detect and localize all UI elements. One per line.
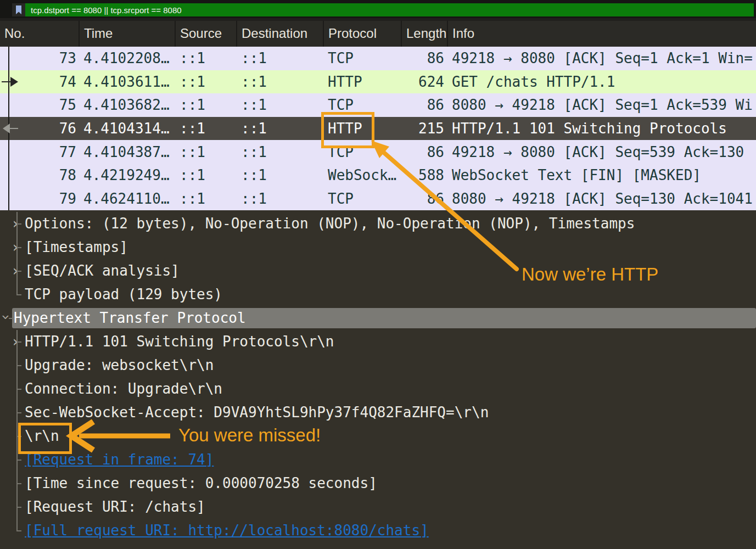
cell-time: 4.4104387… <box>80 144 176 160</box>
cell-dst: ::1 <box>237 144 324 160</box>
cell-len: 588 <box>402 167 448 183</box>
cell-src: ::1 <box>176 97 237 113</box>
cell-proto: WebSock… <box>324 167 402 183</box>
column-header-len[interactable]: Length <box>402 21 448 47</box>
tree-branch-tick <box>16 294 21 295</box>
cell-no: 75 <box>0 97 80 113</box>
column-header-dst[interactable]: Destination <box>237 21 324 47</box>
detail-row[interactable]: \r\n <box>0 424 756 448</box>
column-header-proto[interactable]: Protocol <box>324 21 402 47</box>
cell-dst: ::1 <box>237 191 324 207</box>
detail-text: Options: (12 bytes), No-Operation (NOP),… <box>25 212 635 236</box>
cell-dst: ::1 <box>237 97 324 113</box>
cell-dst: ::1 <box>237 120 324 137</box>
detail-row[interactable]: ›Options: (12 bytes), No-Operation (NOP)… <box>0 212 756 236</box>
display-filter-field[interactable]: tcp.dstport == 8080 || tcp.srcport == 80… <box>12 3 754 16</box>
cell-src: ::1 <box>176 50 237 66</box>
cell-info: GET /chats HTTP/1.1 <box>448 74 756 90</box>
cell-info: 49218 → 8080 [ACK] Seq=539 Ack=130 <box>448 144 756 160</box>
cell-no: 73 <box>0 50 80 66</box>
cell-dst: ::1 <box>237 74 324 90</box>
tree-branch-tick <box>16 341 21 343</box>
cell-info: 49218 → 8080 [ACK] Seq=1 Ack=1 Win= <box>448 50 756 66</box>
tree-branch-tick <box>16 507 21 508</box>
packet-row[interactable]: 744.4103611…::1::1HTTP624GET /chats HTTP… <box>0 70 756 94</box>
detail-text: Upgrade: websocket\r\n <box>25 354 214 377</box>
detail-text: [Request in frame: 74] <box>25 448 214 472</box>
cell-dst: ::1 <box>237 50 324 66</box>
column-header-no[interactable]: No. <box>0 21 80 47</box>
detail-text: [Full request URI: http://localhost:8080… <box>25 519 429 542</box>
arrow-stem <box>10 128 18 129</box>
packet-row[interactable]: 774.4104387…::1::1TCP8649218 → 8080 [ACK… <box>0 140 756 164</box>
detail-text: TCP payload (129 bytes) <box>25 283 222 306</box>
detail-text: Hypertext Transfer Protocol <box>14 306 246 330</box>
cell-len: 86 <box>402 144 448 160</box>
tree-branch-tick <box>9 318 13 319</box>
detail-row[interactable]: [Time since request: 0.000070258 seconds… <box>0 472 756 495</box>
cell-time: 4.4104314… <box>80 120 176 137</box>
detail-row[interactable]: ›Hypertext Transfer Protocol <box>0 306 756 330</box>
packet-row[interactable]: 794.4624110…::1::1TCP868080 → 49218 [ACK… <box>0 187 756 210</box>
tree-branch-tick <box>16 460 21 461</box>
detail-text: \r\n <box>25 424 59 448</box>
cell-proto: TCP <box>324 97 402 113</box>
column-header-src[interactable]: Source <box>176 21 237 47</box>
detail-row[interactable]: ›[Timestamps] <box>0 236 756 259</box>
cell-src: ::1 <box>176 167 237 183</box>
detail-row[interactable]: TCP payload (129 bytes) <box>0 283 756 306</box>
cell-proto: TCP <box>324 191 402 207</box>
packet-list: 734.4102208…::1::1TCP8649218 → 8080 [ACK… <box>0 47 756 210</box>
cell-proto: TCP <box>324 50 402 66</box>
cell-time: 4.4624110… <box>80 191 176 207</box>
cell-src: ::1 <box>176 120 237 137</box>
cell-len: 86 <box>402 97 448 113</box>
cell-time: 4.4219249… <box>80 167 176 183</box>
cell-info: 8080 → 49218 [ACK] Seq=1 Ack=539 Wi <box>448 97 756 113</box>
packet-row[interactable]: 754.4103682…::1::1TCP868080 → 49218 [ACK… <box>0 93 756 117</box>
detail-row[interactable]: Connection: Upgrade\r\n <box>0 377 756 401</box>
detail-text: Connection: Upgrade\r\n <box>25 377 222 401</box>
tree-branch-tick <box>16 530 21 531</box>
tree-branch-tick <box>16 483 21 484</box>
detail-text: [Time since request: 0.000070258 seconds… <box>25 472 377 495</box>
cell-len: 86 <box>402 50 448 66</box>
packet-row[interactable]: 764.4104314…::1::1HTTP215HTTP/1.1 101 Sw… <box>0 117 756 141</box>
column-header-info[interactable]: Info <box>448 21 756 47</box>
tree-branch-tick <box>16 247 21 248</box>
cell-info: 8080 → 49218 [ACK] Seq=130 Ack=1041 <box>448 191 756 207</box>
response-arrow-icon <box>0 117 22 141</box>
detail-row[interactable]: Upgrade: websocket\r\n <box>0 354 756 377</box>
arrow-head <box>10 77 18 87</box>
detail-row[interactable]: ›[SEQ/ACK analysis] <box>0 259 756 283</box>
detail-row[interactable]: Sec-WebSocket-Accept: D9VA9YhtSL9hPy37f4… <box>0 401 756 424</box>
display-filter-text[interactable]: tcp.dstport == 8080 || tcp.srcport == 80… <box>25 5 182 15</box>
packet-row[interactable]: 784.4219249…::1::1WebSock…588WebSocket T… <box>0 164 756 187</box>
cell-len: 86 <box>402 191 448 207</box>
detail-text: [Timestamps] <box>25 236 128 259</box>
arrow-stem <box>2 81 11 82</box>
filter-toolbar: tcp.dstport == 8080 || tcp.srcport == 80… <box>0 0 756 18</box>
tree-branch-tick <box>16 412 21 413</box>
detail-row[interactable]: ›HTTP/1.1 101 Switching Protocols\r\n <box>0 330 756 354</box>
cell-no: 78 <box>0 167 80 183</box>
cell-info: HTTP/1.1 101 Switching Protocols <box>448 120 756 137</box>
cell-no: 79 <box>0 191 80 207</box>
tree-branch-tick <box>16 365 21 366</box>
cell-time: 4.4103682… <box>80 97 176 113</box>
detail-row[interactable]: [Request URI: /chats] <box>0 495 756 519</box>
detail-link-row[interactable]: [Request in frame: 74] <box>0 448 756 472</box>
filter-bookmark-button[interactable] <box>12 3 25 16</box>
detail-link-row[interactable]: [Full request URI: http://localhost:8080… <box>0 519 756 542</box>
column-header-time[interactable]: Time <box>80 21 176 47</box>
detail-text: [SEQ/ACK analysis] <box>25 259 180 283</box>
cell-src: ::1 <box>176 144 237 160</box>
cell-time: 4.4103611… <box>80 74 176 90</box>
cell-dst: ::1 <box>237 167 324 183</box>
tree-branch-tick <box>16 271 21 272</box>
tree-branch-tick <box>16 223 21 225</box>
bookmark-icon <box>15 5 23 15</box>
packet-row[interactable]: 734.4102208…::1::1TCP8649218 → 8080 [ACK… <box>0 47 756 70</box>
detail-text: Sec-WebSocket-Accept: D9VA9YhtSL9hPy37f4… <box>25 401 489 424</box>
detail-text: HTTP/1.1 101 Switching Protocols\r\n <box>25 330 334 354</box>
